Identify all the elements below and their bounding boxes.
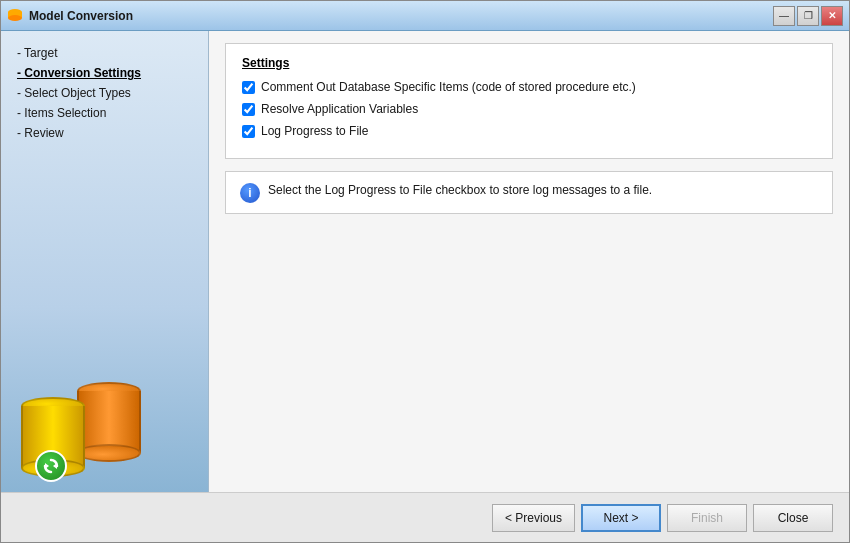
checkbox-resolve-vars[interactable] bbox=[242, 103, 255, 116]
label-resolve-vars[interactable]: Resolve Application Variables bbox=[261, 102, 418, 116]
sidebar-illustration bbox=[21, 362, 161, 482]
checkbox-row-comment-out: Comment Out Database Specific Items (cod… bbox=[242, 80, 816, 94]
close-button[interactable]: Close bbox=[753, 504, 833, 532]
settings-title: Settings bbox=[242, 56, 816, 70]
window-title: Model Conversion bbox=[29, 9, 133, 23]
sidebar: - Target - Conversion Settings - Select … bbox=[1, 31, 209, 492]
sidebar-item-select-object-types[interactable]: - Select Object Types bbox=[1, 83, 208, 103]
db-icon-group bbox=[21, 382, 141, 482]
label-log-progress[interactable]: Log Progress to File bbox=[261, 124, 368, 138]
titlebar: Model Conversion — ❐ ✕ bbox=[1, 1, 849, 31]
svg-point-2 bbox=[8, 15, 22, 21]
next-button[interactable]: Next > bbox=[581, 504, 661, 532]
checkbox-comment-out[interactable] bbox=[242, 81, 255, 94]
titlebar-left: Model Conversion bbox=[7, 8, 133, 24]
sidebar-item-items-selection[interactable]: - Items Selection bbox=[1, 103, 208, 123]
footer: < Previous Next > Finish Close bbox=[1, 492, 849, 542]
previous-button[interactable]: < Previous bbox=[492, 504, 575, 532]
info-icon: i bbox=[240, 183, 260, 203]
db-orange bbox=[77, 382, 141, 462]
info-row: i Select the Log Progress to File checkb… bbox=[225, 171, 833, 214]
checkbox-row-log-progress: Log Progress to File bbox=[242, 124, 816, 138]
refresh-icon bbox=[42, 457, 60, 475]
refresh-badge bbox=[35, 450, 67, 482]
checkbox-log-progress[interactable] bbox=[242, 125, 255, 138]
sidebar-nav: - Target - Conversion Settings - Select … bbox=[1, 39, 208, 147]
sidebar-item-review[interactable]: - Review bbox=[1, 123, 208, 143]
label-comment-out[interactable]: Comment Out Database Specific Items (cod… bbox=[261, 80, 636, 94]
sidebar-item-conversion-settings[interactable]: - Conversion Settings bbox=[1, 63, 208, 83]
info-text: Select the Log Progress to File checkbox… bbox=[268, 182, 652, 199]
db-orange-bottom bbox=[77, 444, 141, 462]
svg-marker-3 bbox=[53, 463, 57, 469]
minimize-button[interactable]: — bbox=[773, 6, 795, 26]
checkbox-row-resolve-vars: Resolve Application Variables bbox=[242, 102, 816, 116]
main-window: Model Conversion — ❐ ✕ - Target - Conver… bbox=[0, 0, 850, 543]
settings-group: Settings Comment Out Database Specific I… bbox=[225, 43, 833, 159]
titlebar-app-icon bbox=[7, 8, 23, 24]
sidebar-item-target[interactable]: - Target bbox=[1, 43, 208, 63]
content-area: - Target - Conversion Settings - Select … bbox=[1, 31, 849, 492]
window-close-button[interactable]: ✕ bbox=[821, 6, 843, 26]
titlebar-buttons: — ❐ ✕ bbox=[773, 6, 843, 26]
svg-marker-4 bbox=[45, 463, 49, 469]
restore-button[interactable]: ❐ bbox=[797, 6, 819, 26]
finish-button[interactable]: Finish bbox=[667, 504, 747, 532]
main-panel: Settings Comment Out Database Specific I… bbox=[209, 31, 849, 492]
